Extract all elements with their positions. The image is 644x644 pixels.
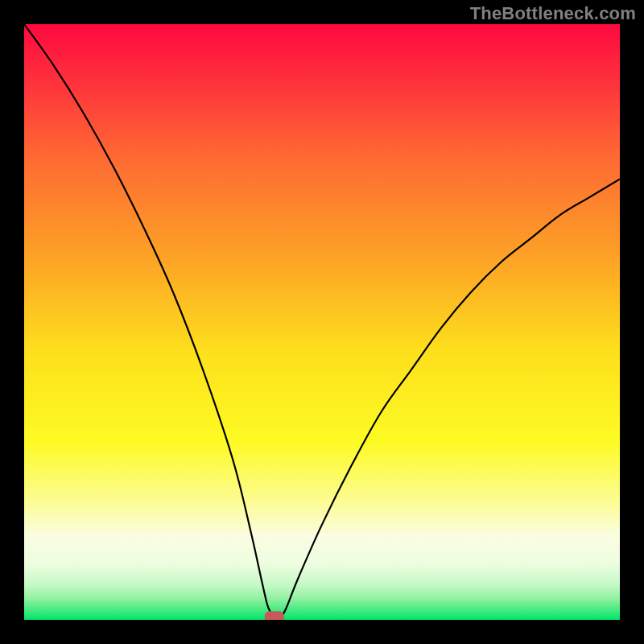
gradient-background [24, 24, 620, 620]
watermark-text: TheBottleneck.com [470, 3, 636, 24]
chart-container: TheBottleneck.com [0, 0, 644, 644]
bottleneck-chart [24, 24, 620, 620]
optimal-point-marker [265, 611, 284, 620]
plot-frame [24, 24, 620, 620]
